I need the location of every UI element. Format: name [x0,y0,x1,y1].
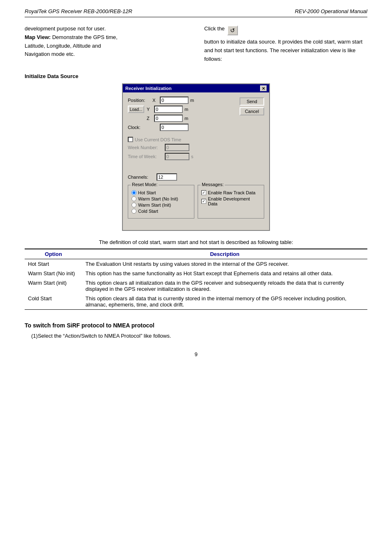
intro-line1: development purpose not for user. [25,25,188,33]
dialog-container: Receiver Initialization ✕ Position: X m [25,83,367,231]
table-option-cell: Warm Start (init) [25,278,82,294]
receiver-initialization-dialog: Receiver Initialization ✕ Position: X m [122,83,270,231]
cancel-button[interactable]: Cancel [240,107,264,115]
messages-group: Messages: ✓ Enable Raw Track Data ✓ Enab… [198,185,264,219]
intro-line4: Navigation mode etc. [25,50,188,59]
enable-raw-track-label: Enable Raw Track Data [208,190,256,195]
enable-raw-track-checkbox[interactable]: ✓ [201,190,206,195]
dos-time-checkbox[interactable] [128,137,133,142]
form-left: Position: X m Load... Y m [128,97,236,133]
table-description-cell: This option clears all initialization da… [82,278,367,294]
z-row: Z m [147,115,236,122]
hot-start-label: Hot Start [138,190,156,195]
position-x-row: Position: X m [128,97,236,104]
load-y-row: Load... Y m [128,106,236,113]
y-input[interactable] [154,106,183,113]
table-header-row: Option Description [25,249,367,259]
intro-right-post: button to initialize data source. It pro… [204,38,367,63]
reset-mode-group: Reset Mode: Hot Start Warm Start (No Ini… [128,185,194,219]
bottom-sections: Reset Mode: Hot Start Warm Start (No Ini… [128,185,264,219]
header-left: RoyalTek GPS Receiver REB-2000/REB-12R [25,8,132,14]
table-option-cell: Cold Start [25,294,82,310]
enable-raw-track-row: ✓ Enable Raw Track Data [201,190,261,195]
enable-dev-label: Enable Development Data [208,196,261,206]
reset-mode-label: Reset Mode: [131,182,159,187]
week-number-row: Week Number: [128,144,264,151]
hot-start-radio[interactable] [131,190,136,195]
warm-start-init-row: Warm Start (Init) [131,203,191,207]
header-right: REV-2000 Operational Manual [295,8,367,14]
dos-time-row: Use Current DOS Time [128,137,264,142]
position-label: Position: [128,98,152,103]
y-unit: m [184,107,188,112]
table-option-cell: Warm Start (No init) [25,269,82,278]
table-row: Hot StartThe Evaluation Unit restarts by… [25,259,367,269]
channels-label: Channels: [128,175,157,180]
clock-row: Clock: [128,124,236,131]
time-of-week-row: Time of Week: s [128,153,264,160]
z-input[interactable] [154,115,183,122]
data-table: Option Description Hot StartThe Evaluati… [25,249,367,310]
warm-start-no-init-row: Warm Start (No Init) [131,196,191,201]
protocol-title: To switch from SiRF protocol to NMEA pro… [25,322,367,329]
time-of-week-label: Time of Week: [128,154,165,159]
x-input[interactable] [160,97,189,104]
page-number: 9 [25,351,367,357]
table-option-cell: Hot Start [25,259,82,269]
intro-right: Click the ↺ button to initialize data so… [204,25,367,63]
cold-start-row: Cold Start [131,209,191,214]
dialog-close-button[interactable]: ✕ [260,85,267,91]
protocol-text: (1)Select the “Action/Switch to NMEA Pro… [25,333,367,339]
warm-start-no-init-label: Warm Start (No Init) [138,196,178,201]
channels-input[interactable] [157,173,177,181]
dialog-title: Receiver Initialization [125,86,171,91]
intro-line2: Map View: Demonstrate the GPS time, [25,33,188,42]
warm-start-init-radio[interactable] [131,203,136,207]
table-description-cell: This option clears all data that is curr… [82,294,367,310]
page-header: RoyalTek GPS Receiver REB-2000/REB-12R R… [25,8,367,17]
map-view-label: Map View: [25,34,51,40]
week-number-label: Week Number: [128,145,165,150]
initialize-label: Initialize Data Source [25,73,367,79]
send-button[interactable]: Send [240,97,264,106]
enable-dev-checkbox[interactable]: ✓ [201,199,206,204]
table-intro: The definition of cold start, warm start… [25,239,367,245]
warm-start-no-init-radio[interactable] [131,196,136,201]
col-description-header: Description [82,249,367,259]
map-view-text: Demonstrate the GPS time, [51,34,118,40]
cold-start-radio[interactable] [131,209,136,214]
intro-left: development purpose not for user. Map Vi… [25,25,188,63]
intro-right-pre: Click the [204,25,225,33]
table-row: Warm Start (No init)This option has the … [25,269,367,278]
col-option-header: Option [25,249,82,259]
dialog-body: Position: X m Load... Y m [123,92,269,230]
table-row: Warm Start (init)This option clears all … [25,278,367,294]
time-unit: s [191,154,194,159]
page: RoyalTek GPS Receiver REB-2000/REB-12R R… [0,0,392,555]
time-of-week-input[interactable] [165,153,189,160]
dos-time-label: Use Current DOS Time [135,137,181,142]
z-label: Z [147,116,154,121]
table-row: Cold StartThis option clears all data th… [25,294,367,310]
channels-row: Channels: [128,173,264,181]
protocol-section: To switch from SiRF protocol to NMEA pro… [25,322,367,339]
table-description-cell: This option has the same functionality a… [82,269,367,278]
warm-start-init-label: Warm Start (Init) [138,203,171,207]
dialog-action-buttons: Send Cancel [240,97,264,133]
init-icon-button[interactable]: ↺ [227,25,238,35]
table-description-cell: The Evaluation Unit restarts by using va… [82,259,367,269]
dialog-titlebar: Receiver Initialization ✕ [123,84,269,92]
cold-start-label: Cold Start [138,209,158,214]
x-unit: m [190,98,194,103]
messages-label: Messages: [201,182,225,187]
enable-dev-row: ✓ Enable Development Data [201,196,261,206]
hot-start-row: Hot Start [131,190,191,195]
y-label: Y [147,107,154,112]
x-label: X [152,98,160,103]
load-button[interactable]: Load... [128,106,144,113]
z-unit: m [184,116,188,121]
clock-input[interactable] [160,124,189,131]
clock-label: Clock: [128,125,160,130]
week-number-input[interactable] [165,144,189,151]
intro-row: development purpose not for user. Map Vi… [25,25,367,63]
